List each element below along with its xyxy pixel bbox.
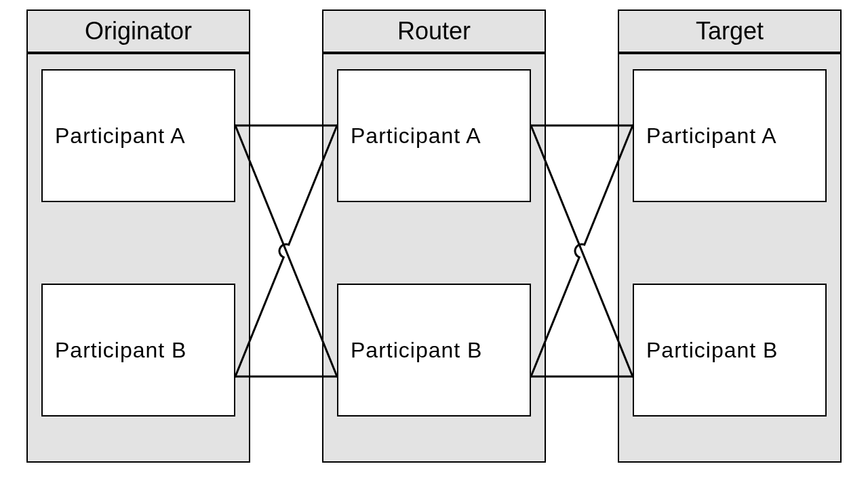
column-target-title: Target: [696, 17, 764, 45]
column-originator-title: Originator: [85, 17, 192, 45]
participant-label: Participant A: [55, 123, 186, 149]
column-originator-header: Originator: [26, 9, 250, 53]
originator-participant-b: Participant B: [41, 284, 235, 417]
column-target-header: Target: [618, 9, 842, 53]
router-participant-a: Participant A: [337, 69, 531, 202]
participant-label: Participant B: [55, 338, 186, 363]
participant-label: Participant B: [646, 338, 778, 363]
target-participant-a: Participant A: [633, 69, 827, 202]
target-participant-b: Participant B: [633, 284, 827, 417]
participant-label: Participant B: [351, 338, 482, 363]
router-participant-b: Participant B: [337, 284, 531, 417]
column-router-title: Router: [397, 17, 471, 45]
diagram-stage: Originator Router Target Participant A P…: [0, 0, 868, 483]
originator-participant-a: Participant A: [41, 69, 235, 202]
participant-label: Participant A: [646, 123, 777, 149]
participant-label: Participant A: [351, 123, 481, 149]
column-router-header: Router: [322, 9, 546, 53]
